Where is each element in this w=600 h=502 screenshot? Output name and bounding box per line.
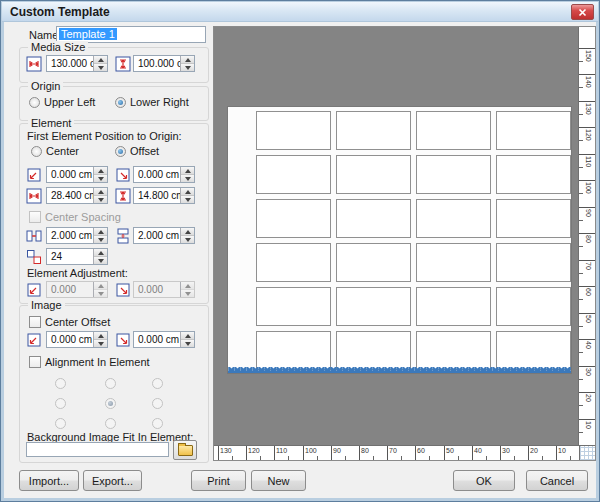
ruler-tick: [444, 446, 445, 460]
spin-down-icon: [94, 290, 107, 297]
media-width-spin-buttons[interactable]: [93, 56, 107, 71]
close-icon: [578, 3, 587, 21]
element-count-spinner[interactable]: 24: [46, 248, 108, 265]
ruler-minor-tick: [345, 456, 346, 460]
position-offset-radio[interactable]: [115, 146, 126, 157]
ruler-label: 80: [361, 447, 369, 454]
ruler-minor-tick: [579, 352, 583, 353]
ruler-minor-tick: [579, 140, 583, 141]
media-width-spinner[interactable]: 130.000 cm: [46, 55, 108, 72]
close-button[interactable]: [571, 4, 594, 20]
template-element-cell: [336, 243, 411, 282]
ruler-tick: [579, 101, 595, 102]
browse-background-button[interactable]: [173, 440, 197, 460]
spin-up-icon[interactable]: [94, 56, 107, 64]
ruler-tick: [579, 313, 595, 314]
template-element-cell: [256, 287, 331, 326]
spin-up-icon: [94, 282, 107, 290]
spin-up-icon[interactable]: [181, 56, 194, 64]
element-width-spin-buttons[interactable]: [93, 188, 107, 203]
ruler-tick: [579, 154, 595, 155]
spacing-vertical-spin-buttons[interactable]: [180, 228, 194, 243]
adjustment-x-spinner: 0.000: [46, 281, 108, 298]
media-height-icon: [115, 56, 131, 72]
ruler-minor-tick: [401, 456, 402, 460]
ruler-minor-tick: [579, 405, 583, 406]
spin-up-icon[interactable]: [181, 332, 194, 340]
element-width-spinner[interactable]: 28.400 cm: [46, 187, 108, 204]
spin-down-icon[interactable]: [94, 196, 107, 203]
spacing-horizontal-spin-buttons[interactable]: [93, 228, 107, 243]
spin-down-icon[interactable]: [94, 340, 107, 347]
spin-down-icon[interactable]: [181, 196, 194, 203]
ruler-minor-tick: [570, 456, 571, 460]
cancel-button[interactable]: Cancel: [526, 470, 588, 491]
vertical-ruler: 1501401301201101009080706050403020100: [578, 27, 595, 445]
element-count-spin-buttons[interactable]: [93, 249, 107, 264]
element-offset-x-spin-buttons[interactable]: [93, 167, 107, 182]
background-image-path-field[interactable]: [26, 442, 169, 457]
spin-down-icon[interactable]: [94, 236, 107, 243]
spin-up-icon[interactable]: [94, 332, 107, 340]
import-button[interactable]: Import...: [19, 470, 79, 491]
print-button[interactable]: Print: [191, 470, 246, 491]
origin-upper-left-radio[interactable]: [29, 97, 40, 108]
position-center-radio[interactable]: [31, 146, 42, 157]
spin-down-icon[interactable]: [181, 340, 194, 347]
ruler-minor-tick: [579, 273, 583, 274]
element-offset-y-value: 0.000 cm: [134, 167, 180, 182]
element-offset-x-spinner[interactable]: 0.000 cm: [46, 166, 108, 183]
image-offset-x-spinner[interactable]: 0.000 cm: [46, 331, 108, 348]
adjustment-x-icon: [26, 282, 42, 298]
element-height-spinner[interactable]: 14.800 cm: [133, 187, 195, 204]
ruler-tick: [246, 446, 247, 460]
ruler-tick: [303, 446, 304, 460]
element-offset-x-value: 0.000 cm: [47, 167, 93, 182]
alignment-radio-top-center: [105, 378, 116, 389]
element-offset-y-spinner[interactable]: 0.000 cm: [133, 166, 195, 183]
ruler-label: 90: [333, 447, 341, 454]
spin-up-icon[interactable]: [181, 228, 194, 236]
spin-down-icon[interactable]: [94, 175, 107, 182]
spacing-horizontal-spinner[interactable]: 2.000 cm: [46, 227, 108, 244]
media-height-spin-buttons[interactable]: [180, 56, 194, 71]
export-button[interactable]: Export...: [83, 470, 142, 491]
origin-lower-right-radio[interactable]: [115, 97, 126, 108]
ruler-tick: [579, 74, 595, 75]
ruler-label: 50: [446, 447, 454, 454]
new-button[interactable]: New: [251, 470, 306, 491]
ruler-label: 110: [276, 447, 287, 454]
ruler-label: 70: [389, 447, 397, 454]
alignment-radio-middle-right: [152, 398, 163, 409]
spin-up-icon[interactable]: [94, 167, 107, 175]
element-height-spin-buttons[interactable]: [180, 188, 194, 203]
spin-down-icon[interactable]: [94, 64, 107, 71]
folder-open-icon: [178, 445, 193, 456]
spin-up-icon[interactable]: [181, 188, 194, 196]
spacing-vertical-spinner[interactable]: 2.000 cm: [133, 227, 195, 244]
image-offset-x-spin-buttons[interactable]: [93, 332, 107, 347]
ruler-tick: [579, 419, 595, 420]
media-height-spinner[interactable]: 100.000 cm: [133, 55, 195, 72]
spin-down-icon[interactable]: [181, 175, 194, 182]
spin-up-icon[interactable]: [94, 249, 107, 257]
spin-down-icon[interactable]: [94, 257, 107, 264]
image-offset-y-spin-buttons[interactable]: [180, 332, 194, 347]
spin-up-icon[interactable]: [94, 228, 107, 236]
spacing-horizontal-icon: [26, 228, 42, 244]
spin-down-icon[interactable]: [181, 64, 194, 71]
center-offset-checkbox[interactable]: [29, 316, 41, 328]
element-offset-y-spin-buttons[interactable]: [180, 167, 194, 182]
ok-button[interactable]: OK: [453, 470, 515, 491]
image-offset-y-icon: [115, 332, 131, 348]
template-element-cell: [496, 155, 571, 194]
ruler-tick: [387, 446, 388, 460]
alignment-in-element-checkbox[interactable]: [29, 356, 41, 368]
image-offset-y-spinner[interactable]: 0.000 cm: [133, 331, 195, 348]
spin-up-icon[interactable]: [94, 188, 107, 196]
ruler-label: 30: [585, 368, 592, 376]
template-element-cell: [496, 243, 571, 282]
ruler-label: 100: [585, 182, 592, 194]
spin-up-icon[interactable]: [181, 167, 194, 175]
spin-down-icon[interactable]: [181, 236, 194, 243]
